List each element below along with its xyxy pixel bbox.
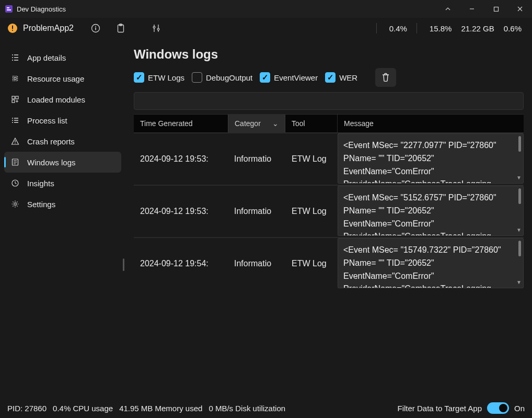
gear-icon [10,199,20,209]
svg-rect-4 [12,30,13,31]
page-title: Windows logs [134,47,524,62]
nav-app-details[interactable]: App details [4,47,121,68]
app-icon [4,4,14,14]
table-row[interactable]: 2024-09-12 19:54: Informatio ETW Log <Ev… [134,237,524,289]
nav-label: Loaded modules [27,95,85,104]
warning-icon [7,23,18,33]
close-button[interactable] [508,0,532,18]
sidebar-resize-handle[interactable] [123,258,124,271]
svg-rect-13 [14,77,16,80]
toggle-state: On [514,404,525,413]
scroll-down-icon[interactable]: ▼ [516,278,522,287]
debugoutput-checkbox[interactable]: DebugOutput [192,72,252,83]
scrollbar-thumb[interactable] [518,241,521,256]
filter-toggle-label: Filter Data to Target App [398,404,482,413]
clock-icon [10,178,20,188]
nav-windows-logs[interactable]: Windows logs [4,152,121,173]
svg-rect-18 [15,143,15,143]
scroll-down-icon[interactable]: ▼ [516,174,522,182]
scrollbar-thumb[interactable] [518,188,521,204]
checkbox-on-icon: ✓ [325,72,336,83]
svg-rect-16 [12,100,15,103]
nav-label: Crash reports [27,137,75,146]
info-icon[interactable] [88,21,103,36]
checkbox-on-icon: ✓ [260,72,270,83]
nav-label: Process list [27,116,67,125]
filter-label: DebugOutput [206,73,252,82]
status-cpu: 0.4% CPU usage [53,404,113,413]
nav-insights[interactable]: Insights [4,173,121,194]
metric-mem: 15.8% [430,24,452,33]
minimize-button[interactable] [460,0,484,18]
table-body: 2024-09-12 19:53: Informatio ETW Log <Ev… [134,132,524,289]
svg-rect-3 [12,26,13,29]
status-disk: 0 MB/s Disk utilization [209,404,285,413]
content-pane: Windows logs ✓ ETW Logs DebugOutput ✓ Ev… [125,39,532,398]
metric-disk: 0.6% [504,24,522,33]
modules-icon [10,95,20,104]
eventviewer-checkbox[interactable]: ✓ EventViewer [260,72,318,83]
cpu-icon [10,74,20,83]
nav-label: Resource usage [27,74,84,83]
filter-toggle[interactable] [487,402,509,414]
cell-time: 2024-09-12 19:54: [134,259,228,268]
svg-rect-14 [12,96,15,99]
window-title: Dev Diagnostics [17,5,66,13]
nav-label: Windows logs [27,158,76,167]
th-time[interactable]: Time Generated [134,115,228,132]
svg-rect-12 [13,76,18,81]
filter-bar: ✓ ETW Logs DebugOutput ✓ EventViewer ✓ W… [134,68,524,87]
chevron-down-icon: ⌄ [272,119,279,128]
warning-triangle-icon [10,137,20,146]
nav-settings[interactable]: Settings [4,194,121,214]
wer-checkbox[interactable]: ✓ WER [325,72,357,83]
svg-point-10 [153,26,155,28]
nav-loaded-modules[interactable]: Loaded modules [4,89,121,110]
scroll-down-icon[interactable]: ▼ [516,226,522,234]
cell-message[interactable]: <Event MSec= "5152.6757" PID="27860" PNa… [338,186,524,236]
table-row[interactable]: 2024-09-12 19:53: Informatio ETW Log <Ev… [134,185,524,237]
svg-rect-6 [95,28,96,30]
etw-logs-checkbox[interactable]: ✓ ETW Logs [134,72,184,83]
search-input[interactable] [134,92,524,110]
th-tool[interactable]: Tool [285,115,338,132]
caret-up-icon[interactable] [436,0,460,18]
table-row[interactable]: 2024-09-12 19:53: Informatio ETW Log <Ev… [134,132,524,185]
header-metrics: 0.4% 15.8% 21.22 GB 0.6% [376,23,525,33]
message-text: <Event MSec= "2277.0977" PID="27860" PNa… [343,141,496,184]
cell-time: 2024-09-12 19:53: [134,207,228,216]
svg-rect-7 [95,26,96,27]
status-pid: PID: 27860 [7,404,47,413]
scrollbar-thumb[interactable] [518,136,521,152]
cell-tool: ETW Log [285,154,338,164]
tools-icon[interactable] [149,21,164,36]
th-message[interactable]: Message [338,115,524,132]
clear-logs-button[interactable] [375,68,396,87]
logs-icon [10,157,20,167]
metric-cpu: 0.4% [389,24,407,33]
cell-category: Informatio [228,207,285,216]
cell-message[interactable]: <Event MSec= "15749.7322" PID="27860" PN… [338,238,524,288]
nav-crash-reports[interactable]: Crash reports [4,131,121,152]
checkbox-on-icon: ✓ [134,72,144,83]
sidebar: App details Resource usage Loaded module… [0,39,125,398]
metric-total: 21.22 GB [461,24,494,33]
checkbox-off-icon [192,72,202,83]
cell-category: Informatio [228,259,285,268]
list-icon [10,116,20,125]
table-header: Time Generated Categor ⌄ Tool Message [134,114,524,132]
svg-rect-15 [16,96,18,99]
cell-message[interactable]: <Event MSec= "2277.0977" PID="27860" PNa… [338,133,524,184]
nav-label: Settings [27,200,55,209]
nav-resource-usage[interactable]: Resource usage [4,68,121,89]
clipboard-icon[interactable] [113,21,128,36]
nav-label: Insights [27,179,54,188]
nav-label: App details [27,53,66,62]
svg-point-21 [14,203,17,206]
cell-tool: ETW Log [285,207,338,216]
cell-tool: ETW Log [285,259,338,268]
nav-process-list[interactable]: Process list [4,110,121,131]
th-category-dropdown[interactable]: Categor ⌄ [228,115,285,132]
header-bar: ProblemApp2 0.4% 15.8% 21.22 GB 0.6% [0,18,532,39]
maximize-button[interactable] [484,0,508,18]
